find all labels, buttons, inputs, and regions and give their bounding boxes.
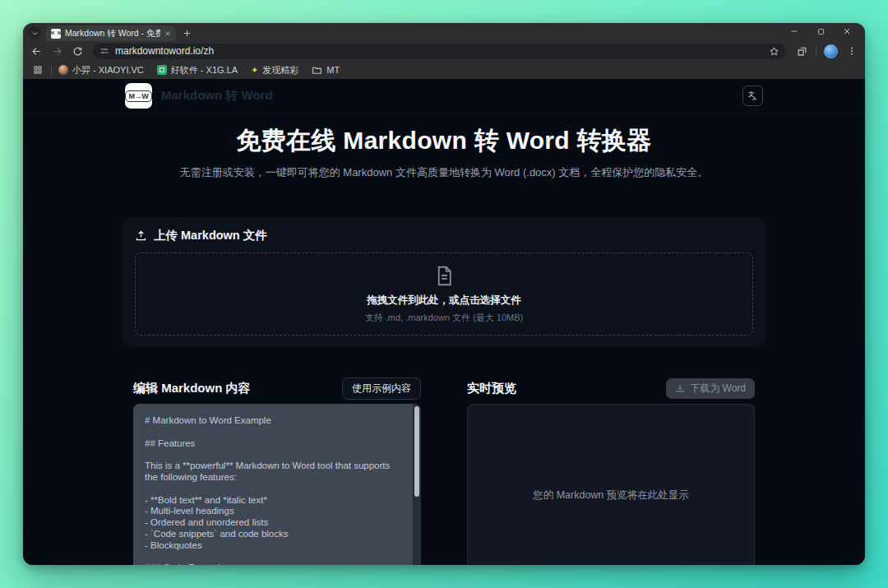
markdown-editor-input[interactable]: # Markdown to Word Example ## Features T… [133,404,421,565]
editor-scrollbar-thumb[interactable] [414,406,419,497]
forward-button[interactable] [50,44,63,58]
apps-grid-icon [33,65,43,75]
browser-tab[interactable]: M→W Markdown 转 Word - 免费在 [46,25,176,41]
toolbar-separator [816,46,816,57]
plus-icon [183,29,192,38]
bookmark-discover[interactable]: ✦ 发现精彩 [251,64,298,76]
apps-grid-button[interactable] [31,63,44,76]
bookmarks-bar: 小羿 - XIAOYI.VC 好软件 - X1G.LA ✦ 发现精彩 MT [23,61,865,79]
logo-mark-icon: M→W [125,90,151,102]
bookmark-label: 好软件 - X1G.LA [171,64,238,76]
site-header: M→W Markdown 转 Word 文A [23,79,865,113]
url-text[interactable]: markdowntoword.io/zh [115,45,763,57]
page-subtitle: 无需注册或安装，一键即可将您的 Markdown 文件高质量地转换为 Word … [23,165,865,180]
dropzone-sub-text: 支持 .md, .markdown 文件 (最大 10MB) [365,312,524,324]
bookmark-label: 小羿 - XIAOYI.VC [72,64,144,76]
browser-toolbar: markdowntoword.io/zh [23,41,865,61]
download-word-button[interactable]: 下载为 Word [666,378,755,399]
bookmark-label: MT [326,65,340,75]
reload-button[interactable] [71,44,84,58]
browser-window: M→W Markdown 转 Word - 免费在 [23,23,865,565]
chevron-down-icon [31,30,39,37]
bookmarks-separator [51,65,52,76]
translate-icon: 文A [747,90,759,102]
preview-panel: 您的 Markdown 预览将在此处显示 [467,404,755,565]
page-title: 免费在线 Markdown 转 Word 转换器 [23,124,865,158]
editor-heading: 编辑 Markdown 内容 [133,381,251,396]
sparkle-icon: ✦ [251,66,258,75]
upload-heading: 上传 Markdown 文件 [135,228,753,243]
avatar-photo-icon [58,65,68,75]
use-sample-button[interactable]: 使用示例内容 [342,377,421,400]
menu-button[interactable] [845,44,858,58]
markdown-editor-wrap: # Markdown to Word Example ## Features T… [133,404,421,565]
reload-icon [72,46,83,57]
profile-avatar[interactable] [824,44,838,58]
new-tab-button[interactable] [179,25,194,40]
preview-heading: 实时预览 [467,381,516,396]
download-icon [675,383,685,393]
file-text-icon [433,265,456,287]
back-button[interactable] [30,44,43,58]
green-app-icon [157,65,167,75]
upload-heading-label: 上传 Markdown 文件 [154,228,267,243]
download-button-label: 下载为 Word [690,382,746,396]
editor-preview-columns: 编辑 Markdown 内容 使用示例内容 # Markdown to Word… [123,377,765,565]
back-arrow-icon [31,46,42,57]
tab-search-button[interactable] [28,26,41,39]
bookmark-xiaoyi[interactable]: 小羿 - XIAOYI.VC [58,64,144,76]
file-dropzone[interactable]: 拖拽文件到此处，或点击选择文件 支持 .md, .markdown 文件 (最大… [135,252,753,336]
extensions-icon [797,46,807,57]
close-button[interactable] [834,24,860,39]
upload-icon [135,229,147,242]
dropzone-main-text: 拖拽文件到此处，或点击选择文件 [367,294,521,308]
preview-column: 实时预览 下载为 Word 您的 Markdown 预览将在此处显示 [456,377,765,565]
upload-section: 上传 Markdown 文件 拖拽文件到此处，或点击选择文件 支持 .md, .… [123,217,765,348]
maximize-button[interactable] [807,24,834,39]
language-switch-button[interactable]: 文A [742,86,763,106]
bookmark-x1g[interactable]: 好软件 - X1G.LA [157,64,238,76]
bookmark-star-icon[interactable] [769,46,779,57]
minimize-button[interactable] [781,24,807,39]
forward-arrow-icon [52,46,62,57]
three-dots-icon [847,46,857,56]
bookmark-folder-mt[interactable]: MT [312,65,340,76]
brand-title: Markdown 转 Word [161,88,273,104]
site-logo[interactable]: M→W [125,83,152,109]
svg-text:A: A [753,95,757,101]
editor-column: 编辑 Markdown 内容 使用示例内容 # Markdown to Word… [123,377,432,565]
editor-scrollbar[interactable] [413,404,421,565]
bookmark-label: 发现精彩 [262,64,298,76]
window-controls [781,23,860,39]
folder-icon [312,65,322,76]
tab-close-icon[interactable] [164,30,171,37]
site-settings-icon [99,46,109,56]
extensions-button[interactable] [795,44,808,58]
web-page: M→W Markdown 转 Word 文A 免费在线 Markdown 转 W… [23,79,865,565]
tab-strip: M→W Markdown 转 Word - 免费在 [23,23,865,41]
address-bar[interactable]: markdowntoword.io/zh [93,44,786,59]
desktop-background: M→W Markdown 转 Word - 免费在 [0,0,888,588]
site-favicon-icon: M→W [51,29,61,39]
preview-placeholder-text: 您的 Markdown 预览将在此处显示 [468,488,754,502]
tab-title: Markdown 转 Word - 免费在 [65,28,160,39]
